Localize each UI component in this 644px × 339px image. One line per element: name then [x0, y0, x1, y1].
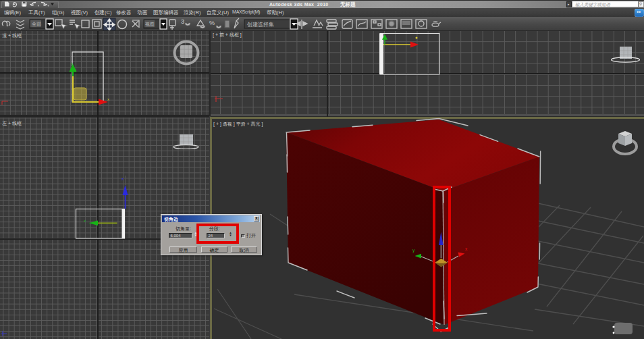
svg-text:%: % [209, 20, 215, 26]
svg-text:x: x [107, 97, 109, 101]
svg-text:3: 3 [181, 18, 184, 25]
svg-text:x: x [84, 219, 86, 223]
svg-text:创建选择集: 创建选择集 [246, 22, 274, 28]
svg-text:全部: 全部 [32, 22, 41, 27]
svg-text:视图: 视图 [145, 22, 155, 27]
svg-text:y: y [71, 61, 73, 66]
svg-text:z: z [122, 177, 124, 181]
